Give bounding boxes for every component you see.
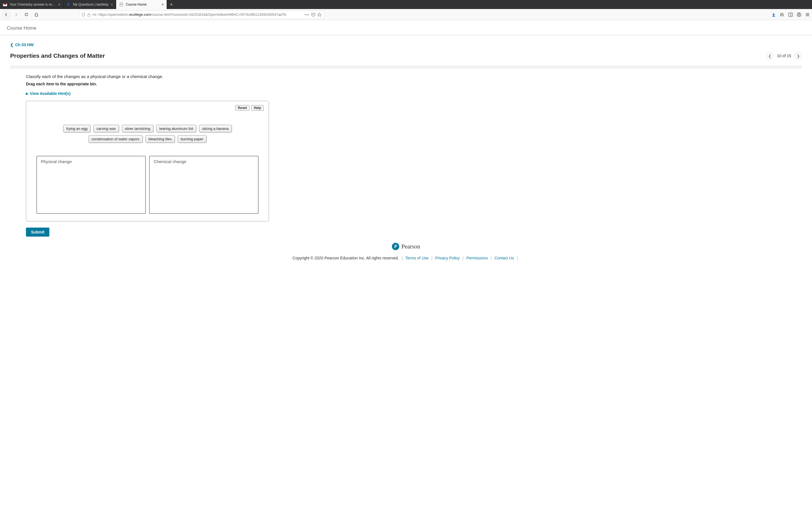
svg-rect-0 — [120, 3, 123, 6]
drag-chip[interactable]: burning paper — [177, 135, 206, 143]
footer-link-contact[interactable]: Contact Us — [495, 256, 514, 260]
close-icon[interactable]: × — [111, 2, 113, 7]
home-button[interactable] — [32, 10, 41, 19]
footer-link-privacy[interactable]: Privacy Policy — [435, 256, 460, 260]
footer-link-terms[interactable]: Terms of Use — [405, 256, 428, 260]
divider-shade — [10, 66, 802, 69]
svg-rect-4 — [88, 14, 90, 16]
drag-drop-workspace: Reset Help frying an egg carving wax sil… — [26, 101, 269, 221]
back-button[interactable] — [2, 11, 10, 18]
page-header: Course Home — [0, 20, 812, 35]
footer-link-permissions[interactable]: Permissions — [466, 256, 488, 260]
help-button[interactable]: Help — [251, 105, 264, 111]
copyright-text: Copyright © 2020 Pearson Education Inc. … — [293, 256, 399, 260]
browser-toolbar: https://openvellum.ecollege.com/course.h… — [0, 9, 812, 20]
triangle-right-icon: ▶ — [26, 92, 28, 96]
browser-tab[interactable]: b My Questions | bartleby × — [63, 0, 116, 9]
bin-label: Physical change — [41, 159, 141, 164]
breadcrumb-label: Ch 03 HW — [15, 43, 34, 47]
page-favicon-icon — [119, 2, 123, 7]
prev-question-button[interactable]: ❮ — [766, 52, 773, 59]
close-icon[interactable]: × — [58, 2, 60, 7]
question-text: Classify each of the changes as a physic… — [26, 74, 786, 79]
permissions-icon — [92, 13, 97, 16]
browser-tab-strip: Your Chemistry answer is ready × b My Qu… — [0, 0, 812, 9]
view-hints-toggle[interactable]: ▶ View Available Hint(s) — [26, 91, 786, 96]
svg-point-14 — [799, 13, 800, 15]
bookmark-star-icon[interactable] — [317, 12, 322, 17]
question-title: Properties and Changes of Matter — [10, 52, 766, 59]
drop-bin-physical[interactable]: Physical change — [36, 156, 146, 214]
instruction-text: Drag each item to the appropriate bin. — [26, 82, 786, 86]
hints-label: View Available Hint(s) — [30, 91, 70, 96]
page-actions-icon[interactable]: ••• — [305, 12, 309, 17]
reset-button[interactable]: Reset — [235, 105, 250, 111]
library-icon[interactable] — [780, 12, 784, 17]
drag-chip[interactable]: slicing a banana — [199, 125, 232, 132]
pearson-logo-icon: P — [392, 243, 399, 250]
pocket-icon[interactable] — [311, 12, 315, 17]
gmail-favicon-icon — [3, 2, 7, 7]
breadcrumb[interactable]: ❮ Ch 03 HW — [10, 43, 802, 47]
shield-icon — [82, 13, 86, 17]
next-question-button[interactable]: ❯ — [795, 52, 802, 59]
tab-title: Your Chemistry answer is ready — [10, 3, 56, 6]
drag-chip[interactable]: silver tarnishing — [122, 125, 153, 132]
account-icon[interactable] — [797, 12, 801, 17]
chevron-left-icon: ❮ — [10, 43, 13, 47]
pager-text: 10 of 15 — [777, 54, 791, 58]
drop-bin-chemical[interactable]: Chemical change — [149, 156, 259, 214]
svg-point-5 — [93, 14, 94, 15]
close-icon[interactable]: × — [161, 2, 164, 7]
draggable-chips-container: frying an egg carving wax silver tarnish… — [31, 125, 264, 143]
new-tab-button[interactable]: + — [167, 0, 176, 9]
bin-label: Chemical change — [154, 159, 254, 164]
svg-rect-11 — [789, 13, 793, 16]
browser-tab-active[interactable]: Course Home × — [116, 0, 167, 9]
url-text: https://openvellum.ecollege.com/course.h… — [98, 12, 286, 17]
brand-name: Pearson — [402, 243, 420, 250]
drag-chip[interactable]: condensation of water vapors — [89, 135, 143, 143]
bartleby-favicon-icon: b — [66, 2, 71, 7]
menu-icon[interactable] — [805, 12, 810, 17]
drag-chip[interactable]: bleaching tiles — [146, 135, 175, 143]
reload-button[interactable] — [22, 10, 31, 19]
browser-tab[interactable]: Your Chemistry answer is ready × — [0, 0, 63, 9]
drag-chip[interactable]: tearing aluminum foil — [156, 125, 196, 132]
forward-button[interactable] — [12, 10, 20, 19]
download-icon[interactable] — [771, 12, 776, 17]
tab-title: Course Home — [126, 3, 159, 6]
submit-button[interactable]: Submit — [26, 228, 49, 237]
lock-icon — [87, 13, 91, 17]
drag-chip[interactable]: frying an egg — [63, 125, 91, 132]
page-title: Course Home — [7, 25, 805, 31]
tab-title: My Questions | bartleby — [73, 3, 109, 6]
pager: ❮ 10 of 15 ❯ — [766, 52, 802, 59]
brand-footer: P Pearson — [10, 243, 802, 250]
footer-links: Copyright © 2020 Pearson Education Inc. … — [10, 256, 802, 261]
drag-chip[interactable]: carving wax — [93, 125, 119, 132]
svg-line-10 — [783, 13, 783, 16]
url-bar[interactable]: https://openvellum.ecollege.com/course.h… — [79, 10, 324, 19]
sidebar-icon[interactable] — [788, 12, 793, 17]
